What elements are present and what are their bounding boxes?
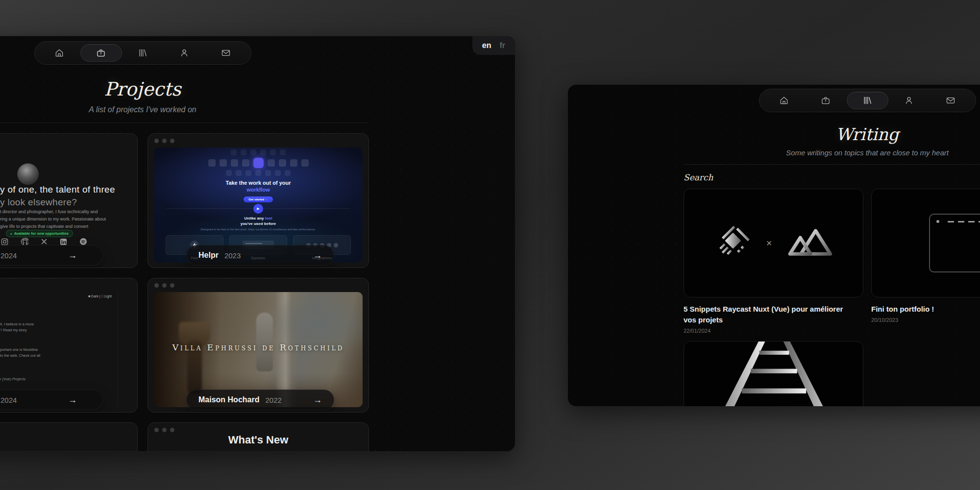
article-title: 5 Snippets Raycast Nuxt (Vue) pour améli… [684,304,848,325]
header-divider [684,164,980,165]
availability-badge: ● Available for new opportunities [6,230,73,237]
project-year: 2024 [0,251,17,260]
article-title: Fini ton portfolio ! [871,304,980,315]
helpr-description: Designed to be fast to the last pixel, h… [154,228,363,231]
window-dots [148,278,368,288]
helpr-hero-line: Take the work out of your [154,179,363,186]
project-card-partial[interactable] [0,422,138,452]
project-link-bar[interactable]: 2024 → [0,390,103,410]
main-nav [568,85,980,112]
page-subtitle: Some writings on topics that are close t… [684,148,980,157]
person-icon [904,96,914,105]
project-year: 2022 [265,396,281,404]
window-dots [148,423,368,432]
window-dots [0,134,137,143]
projects-grid: y of one, the talent of three y look els… [0,133,369,452]
nav-item-home[interactable] [39,44,80,62]
nav-item-writing[interactable] [122,44,164,62]
language-switcher: en fr [472,36,515,55]
page-title: Projects [0,78,369,100]
project-card-minimal-site[interactable]: ■ Dark | □ Light it. I believe in a more… [0,278,138,413]
article-artwork [871,189,980,297]
lang-fr[interactable]: fr [499,41,505,50]
arrow-right-icon: → [313,250,322,261]
page-title: Writing [684,124,980,144]
nav-item-contact[interactable] [930,92,972,109]
github-icon[interactable] [21,238,28,245]
project-link-bar[interactable]: Maison Hochard 2022 → [186,390,334,410]
nav-item-contact[interactable] [205,44,247,62]
nav-item-projects[interactable] [805,92,847,109]
project-year: 2024 [0,396,17,404]
project-name: Helpr [198,251,219,260]
arrow-right-icon: → [68,395,77,405]
app-icon-row [154,149,363,155]
article-raycast-nuxt[interactable]: × 5 Snippets Raycast Nuxt (Vue) pour amé… [684,189,863,341]
articles-grid: × 5 Snippets Raycast Nuxt (Vue) pour amé… [684,189,980,407]
briefcase-icon [821,96,831,105]
nav-item-projects[interactable] [80,44,122,62]
instagram-icon[interactable] [1,238,8,245]
search-label[interactable]: Search [684,172,980,182]
theme-toggle: ■ Dark | □ Light [88,294,112,298]
nav-item-about[interactable] [164,44,205,62]
article-ladder[interactable] [684,341,863,407]
article-artwork [684,341,863,407]
main-nav [0,36,515,65]
window-dots [0,278,137,288]
article-fini-ton-portfolio[interactable]: Fini ton portfolio ! 20/10/2023 [871,189,980,341]
app-icon-row [154,158,363,168]
helpr-hero-accent: workflow [154,186,363,193]
nuxt-logo-icon [786,227,833,259]
site-text-block: r (Vue) Projects [0,376,25,382]
library-icon [862,96,872,105]
nav-item-writing[interactable] [847,92,888,109]
site-text-block: portant one is Mockline to the web. Chec… [0,347,40,359]
spotify-icon[interactable] [79,238,87,245]
project-card-whats-new[interactable]: What's New [147,422,369,452]
villa-caption: Villa Ephrussi de Rothschild [154,343,363,352]
x-icon[interactable] [41,238,48,245]
window-outline-icon [929,214,980,272]
light-square-icon: □ [101,294,103,298]
avatar [17,163,39,185]
project-link-bar[interactable]: Helpr 2023 → [186,245,334,266]
arrow-right-icon: → [313,395,322,405]
linkedin-icon[interactable] [60,238,67,245]
briefcase-icon [96,48,106,58]
arrow-right-icon: → [68,250,77,261]
window-dots [148,134,368,143]
library-icon [138,48,147,58]
window-dots [0,423,137,432]
article-date: 20/10/2023 [871,317,980,323]
ladder-icon [684,342,863,407]
section-divider: ▶ [167,208,350,209]
bio-heading-line1: y of one, the talent of three [0,184,115,195]
bio-heading-line2: y look elsewhere? [0,197,77,208]
nav-item-home[interactable] [763,92,805,109]
project-year: 2023 [224,251,241,260]
nav-pill [34,41,251,65]
article-artwork: × [684,189,863,297]
home-icon [54,48,64,58]
lang-en[interactable]: en [482,41,491,50]
header-divider [0,122,369,123]
nav-item-about[interactable] [888,92,930,109]
page-subtitle: A list of projects I've worked on [0,105,369,114]
dark-square-icon: ■ [88,294,90,298]
projects-window: en fr Projects A list of projects I've w… [0,36,515,452]
play-icon: ▶ [253,204,263,214]
project-link-bar[interactable]: 2024 → [0,245,103,266]
project-card-maison-hochard[interactable]: Villa Ephrussi de Rothschild Maison Hoch… [147,278,369,413]
mail-icon [946,96,956,105]
person-icon [179,48,189,58]
mail-icon [221,48,231,58]
home-icon [779,96,789,105]
project-card-bio[interactable]: y of one, the talent of three y look els… [0,133,138,268]
lightning-bolt-icon [977,227,980,271]
layout-divider [117,292,118,406]
project-card-helpr[interactable]: Take the work out of your workflow Get s… [147,133,369,268]
green-dot-icon: ● [10,232,12,235]
helpr-tagline: Unlike any tool you've used before [154,216,363,226]
bio-paragraph: t director and photographer, I fuse tech… [0,208,106,230]
